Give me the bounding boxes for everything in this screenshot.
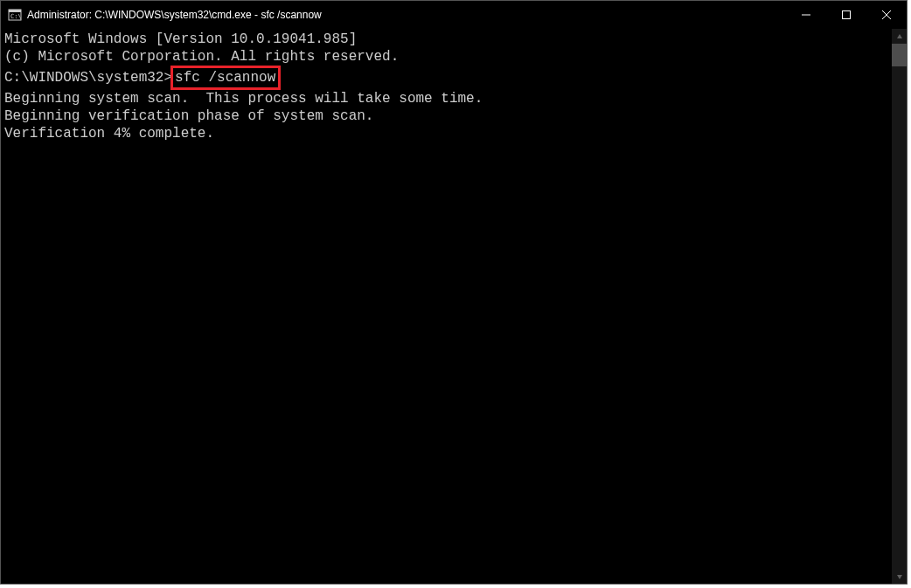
maximize-button[interactable] — [826, 1, 866, 29]
output-line: Verification 4% complete. — [4, 125, 888, 142]
command-text: sfc /scannow — [175, 70, 275, 86]
vertical-scrollbar[interactable] — [892, 29, 907, 584]
svg-text:C:\: C:\ — [10, 13, 22, 20]
scroll-track[interactable] — [892, 44, 907, 569]
output-line: Beginning verification phase of system s… — [4, 107, 888, 125]
cmd-window: C:\ Administrator: C:\WINDOWS\system32\c… — [0, 0, 908, 585]
content-area: Microsoft Windows [Version 10.0.19041.98… — [1, 29, 907, 584]
prompt-line: C:\WINDOWS\system32>sfc /scannow — [4, 66, 888, 90]
scroll-up-arrow[interactable] — [892, 29, 907, 44]
output-line: Microsoft Windows [Version 10.0.19041.98… — [4, 31, 888, 48]
svg-marker-7 — [897, 34, 902, 38]
command-highlight: sfc /scannow — [170, 66, 281, 90]
window-controls — [786, 1, 907, 29]
svg-rect-1 — [9, 10, 21, 12]
scroll-down-arrow[interactable] — [892, 569, 907, 584]
prompt: C:\WINDOWS\system32> — [4, 69, 172, 86]
cmd-icon: C:\ — [8, 8, 22, 22]
minimize-button[interactable] — [786, 1, 826, 29]
close-button[interactable] — [866, 1, 907, 29]
svg-rect-4 — [843, 11, 851, 19]
output-line: Beginning system scan. This process will… — [4, 90, 888, 107]
scroll-thumb[interactable] — [892, 44, 907, 66]
window-title: Administrator: C:\WINDOWS\system32\cmd.e… — [27, 9, 786, 21]
output-line: (c) Microsoft Corporation. All rights re… — [4, 48, 888, 66]
terminal-output[interactable]: Microsoft Windows [Version 10.0.19041.98… — [1, 29, 892, 584]
titlebar[interactable]: C:\ Administrator: C:\WINDOWS\system32\c… — [1, 1, 907, 29]
svg-marker-8 — [897, 575, 902, 579]
